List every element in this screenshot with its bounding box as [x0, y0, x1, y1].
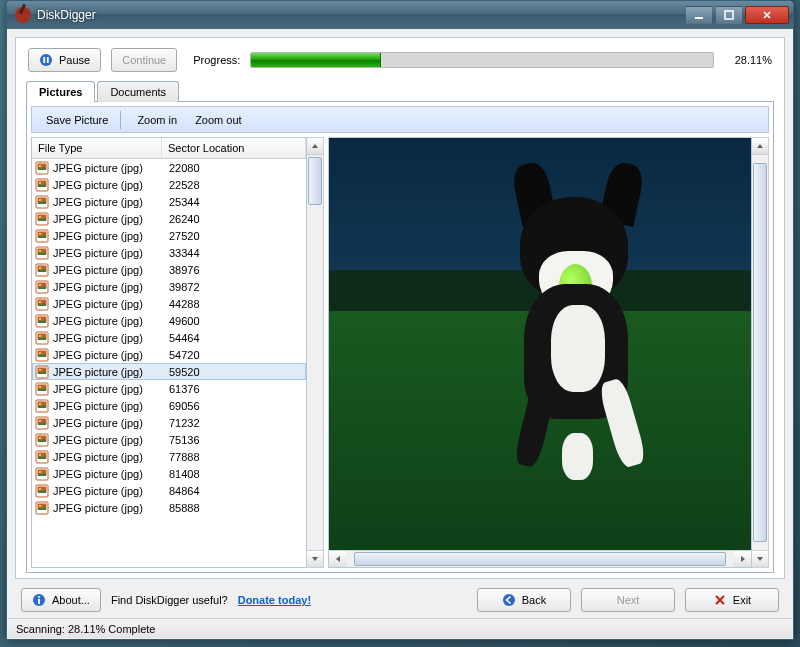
info-icon	[32, 593, 46, 607]
status-text: Scanning: 28.11% Complete	[16, 623, 155, 635]
table-row[interactable]: JPEG picture (jpg)75136	[32, 431, 306, 448]
list-scrollbar[interactable]	[307, 137, 324, 568]
table-row[interactable]: JPEG picture (jpg)85888	[32, 499, 306, 516]
table-row[interactable]: JPEG picture (jpg)22080	[32, 159, 306, 176]
window-title: DiskDigger	[37, 8, 685, 22]
app-icon	[15, 7, 31, 23]
donate-link[interactable]: Donate today!	[238, 594, 311, 606]
table-row[interactable]: JPEG picture (jpg)44288	[32, 295, 306, 312]
list-header[interactable]: File Type Sector Location	[32, 138, 306, 159]
svg-point-2	[40, 54, 52, 66]
jpeg-file-icon	[35, 467, 49, 481]
preview-pane	[328, 137, 752, 568]
table-row[interactable]: JPEG picture (jpg)71232	[32, 414, 306, 431]
svg-point-70	[39, 488, 41, 490]
exit-icon	[713, 593, 727, 607]
hscroll-thumb[interactable]	[354, 552, 726, 566]
preview-image	[329, 138, 751, 550]
continue-button[interactable]: Continue	[111, 48, 177, 72]
svg-point-43	[39, 335, 41, 337]
zoom-in-button[interactable]: Zoom in	[127, 112, 183, 128]
table-row[interactable]: JPEG picture (jpg)84864	[32, 482, 306, 499]
svg-point-13	[39, 165, 41, 167]
app-window: DiskDigger Pause Continue Progress: 28.1…	[6, 0, 794, 640]
table-row[interactable]: JPEG picture (jpg)81408	[32, 465, 306, 482]
bottom-bar: About... Find DiskDigger useful? Donate …	[15, 583, 785, 617]
jpeg-file-icon	[35, 161, 49, 175]
tab-pictures[interactable]: Pictures	[26, 81, 95, 102]
pause-button[interactable]: Pause	[28, 48, 101, 72]
table-row[interactable]: JPEG picture (jpg)25344	[32, 193, 306, 210]
toolbar: Save Picture Zoom in Zoom out	[31, 106, 769, 133]
col-filetype[interactable]: File Type	[32, 138, 162, 158]
table-row[interactable]: JPEG picture (jpg)39872	[32, 278, 306, 295]
back-icon	[502, 593, 516, 607]
titlebar[interactable]: DiskDigger	[7, 1, 793, 29]
close-button[interactable]	[745, 6, 789, 24]
svg-point-67	[39, 471, 41, 473]
table-row[interactable]: JPEG picture (jpg)69056	[32, 397, 306, 414]
table-row[interactable]: JPEG picture (jpg)61376	[32, 380, 306, 397]
table-row[interactable]: JPEG picture (jpg)33344	[32, 244, 306, 261]
svg-point-40	[39, 318, 41, 320]
save-picture-button[interactable]: Save Picture	[36, 112, 114, 128]
scroll-down-icon[interactable]	[307, 550, 323, 567]
svg-point-34	[39, 284, 41, 286]
svg-rect-76	[38, 599, 40, 604]
col-sector[interactable]: Sector Location	[162, 138, 306, 158]
svg-point-16	[39, 182, 41, 184]
table-row[interactable]: JPEG picture (jpg)22528	[32, 176, 306, 193]
svg-rect-0	[695, 17, 703, 19]
zoom-out-button[interactable]: Zoom out	[185, 112, 247, 128]
table-row[interactable]: JPEG picture (jpg)38976	[32, 261, 306, 278]
table-row[interactable]: JPEG picture (jpg)26240	[32, 210, 306, 227]
scroll-thumb[interactable]	[308, 157, 322, 205]
svg-point-31	[39, 267, 41, 269]
tab-body: Save Picture Zoom in Zoom out File Type	[26, 101, 774, 573]
jpeg-file-icon	[35, 280, 49, 294]
results-list[interactable]: File Type Sector Location JPEG picture (…	[31, 137, 307, 568]
jpeg-file-icon	[35, 263, 49, 277]
pause-icon	[39, 53, 53, 67]
svg-point-58	[39, 420, 41, 422]
jpeg-file-icon	[35, 348, 49, 362]
svg-point-73	[39, 505, 41, 507]
progress-percent: 28.11%	[724, 54, 772, 66]
jpeg-file-icon	[35, 314, 49, 328]
content-frame: Pause Continue Progress: 28.11% Pictures…	[15, 37, 785, 579]
preview-vscrollbar[interactable]	[752, 137, 769, 568]
svg-point-25	[39, 233, 41, 235]
back-button[interactable]: Back	[477, 588, 571, 612]
next-button[interactable]: Next	[581, 588, 675, 612]
maximize-button[interactable]	[715, 6, 743, 24]
preview-hscrollbar[interactable]	[329, 550, 751, 567]
exit-button[interactable]: Exit	[685, 588, 779, 612]
about-button[interactable]: About...	[21, 588, 101, 612]
svg-point-49	[39, 369, 41, 371]
svg-point-28	[39, 250, 41, 252]
status-bar: Scanning: 28.11% Complete	[8, 618, 792, 638]
jpeg-file-icon	[35, 297, 49, 311]
scroll-left-icon[interactable]	[329, 551, 346, 567]
jpeg-file-icon	[35, 501, 49, 515]
scroll-right-icon[interactable]	[734, 551, 751, 567]
table-row[interactable]: JPEG picture (jpg)59520	[32, 363, 306, 380]
table-row[interactable]: JPEG picture (jpg)54464	[32, 329, 306, 346]
jpeg-file-icon	[35, 484, 49, 498]
jpeg-file-icon	[35, 450, 49, 464]
jpeg-file-icon	[35, 416, 49, 430]
jpeg-file-icon	[35, 246, 49, 260]
table-row[interactable]: JPEG picture (jpg)77888	[32, 448, 306, 465]
tab-documents[interactable]: Documents	[97, 81, 179, 102]
jpeg-file-icon	[35, 229, 49, 243]
table-row[interactable]: JPEG picture (jpg)27520	[32, 227, 306, 244]
minimize-button[interactable]	[685, 6, 713, 24]
svg-rect-3	[43, 57, 45, 63]
svg-point-22	[39, 216, 41, 218]
svg-point-19	[39, 199, 41, 201]
scroll-up-icon[interactable]	[307, 138, 323, 155]
progress-bar	[250, 52, 714, 68]
table-row[interactable]: JPEG picture (jpg)49600	[32, 312, 306, 329]
svg-point-52	[39, 386, 41, 388]
table-row[interactable]: JPEG picture (jpg)54720	[32, 346, 306, 363]
